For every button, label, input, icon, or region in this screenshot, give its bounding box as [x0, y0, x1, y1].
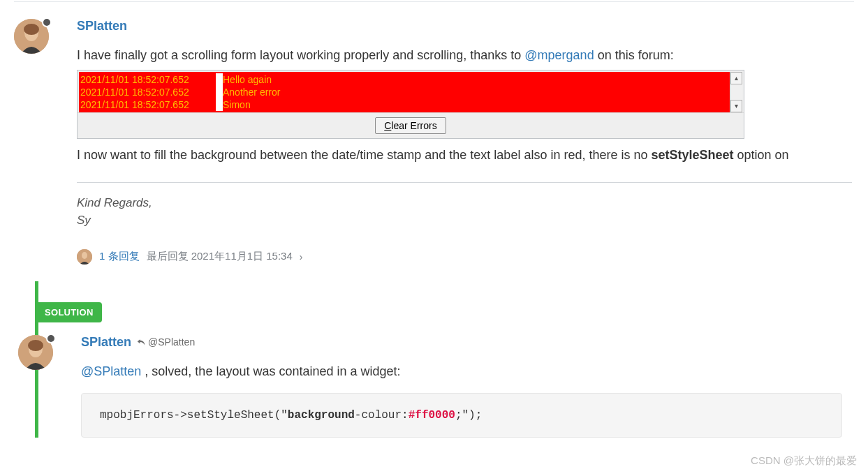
scrollbar[interactable]: ▴ ▾ [730, 72, 742, 112]
solution-badge: SOLUTION [36, 302, 102, 322]
avatar-container [18, 335, 60, 370]
error-gap [216, 86, 223, 98]
button-hotkey: C [384, 120, 391, 131]
svg-point-4 [82, 252, 87, 259]
reply-label: 最后回复 [147, 250, 189, 262]
scroll-down-icon[interactable]: ▾ [730, 100, 742, 112]
code-keyword: background [288, 409, 355, 422]
reply-count: 1 条回复 [99, 250, 140, 263]
error-message: Simon [223, 98, 251, 111]
svg-point-2 [24, 24, 39, 35]
timeline-thread: SOLUTION SPlatten @SPlatten @SPlatten , … [31, 281, 868, 438]
avatar-container [14, 19, 56, 54]
scroll-up-icon[interactable]: ▴ [730, 72, 742, 84]
text-segment: I now want to fill the background betwee… [77, 148, 652, 162]
code-term: setStyleSheet [652, 148, 734, 162]
error-row: 2021/11/01 18:52:07.652Another error [80, 86, 730, 98]
text-segment: I have finally got a scrolling form layo… [77, 48, 524, 62]
text-segment: , solved, the layout was contained in a … [141, 364, 400, 378]
watermark: CSDN @张大饼的最爱 [751, 454, 857, 468]
clear-errors-button[interactable]: Clear Errors [375, 117, 446, 134]
chevron-right-icon: › [300, 251, 303, 262]
post-text-line-1: I have finally got a scrolling form layo… [77, 46, 868, 66]
reply-to-name: @SPlatten [148, 336, 195, 348]
error-message: Hello again [223, 73, 272, 86]
author-link[interactable]: SPlatten [81, 335, 131, 350]
mention-link[interactable]: @SPlatten [81, 364, 141, 378]
post-original: SPlatten I have finally got a scrolling … [0, 2, 868, 281]
error-timestamp: 2021/11/01 18:52:07.652 [80, 86, 216, 98]
error-gap [216, 98, 223, 111]
code-text: mpobjErrors->setStyleSheet(" [100, 409, 288, 422]
error-row: 2021/11/01 18:52:07.652Hello again [80, 73, 730, 86]
error-list: 2021/11/01 18:52:07.652Hello again2021/1… [79, 72, 730, 112]
code-text: ;"); [455, 409, 482, 422]
code-hex: #ff0000 [409, 409, 455, 422]
qt-error-widget: 2021/11/01 18:52:07.652Hello again2021/1… [77, 70, 744, 139]
signature-divider [77, 182, 852, 183]
author-link[interactable]: SPlatten [77, 19, 127, 34]
error-row: 2021/11/01 18:52:07.652Simon [80, 98, 730, 111]
status-dot-icon [46, 334, 56, 343]
signature-line: Sy [77, 211, 868, 230]
post-solution: SPlatten @SPlatten @SPlatten , solved, t… [36, 322, 868, 438]
text-segment: on this forum: [594, 48, 674, 62]
error-timestamp: 2021/11/01 18:52:07.652 [80, 73, 216, 86]
status-dot-icon [42, 17, 52, 27]
mini-avatar-icon [77, 249, 92, 265]
error-message: Another error [223, 86, 280, 98]
post-text-line-2: I now want to fill the background betwee… [77, 146, 868, 165]
code-text: -colour: [355, 409, 409, 422]
mention-link[interactable]: @mpergand [524, 48, 594, 62]
error-gap [216, 73, 223, 86]
svg-point-7 [28, 340, 43, 351]
reply-to-indicator[interactable]: @SPlatten [137, 336, 195, 348]
code-block: mpobjErrors->setStyleSheet("background-c… [81, 393, 842, 438]
post-text: @SPlatten , solved, the layout was conta… [81, 362, 868, 382]
signature-line: Kind Regards, [77, 194, 868, 212]
reply-summary[interactable]: 1 条回复 最后回复 2021年11月1日 15:34 › [77, 249, 868, 281]
reply-arrow-icon [137, 338, 145, 346]
button-label-rest: lear Errors [391, 120, 436, 131]
text-segment: option on [734, 148, 789, 162]
reply-timestamp: 2021年11月1日 15:34 [191, 250, 293, 262]
error-timestamp: 2021/11/01 18:52:07.652 [80, 98, 216, 111]
